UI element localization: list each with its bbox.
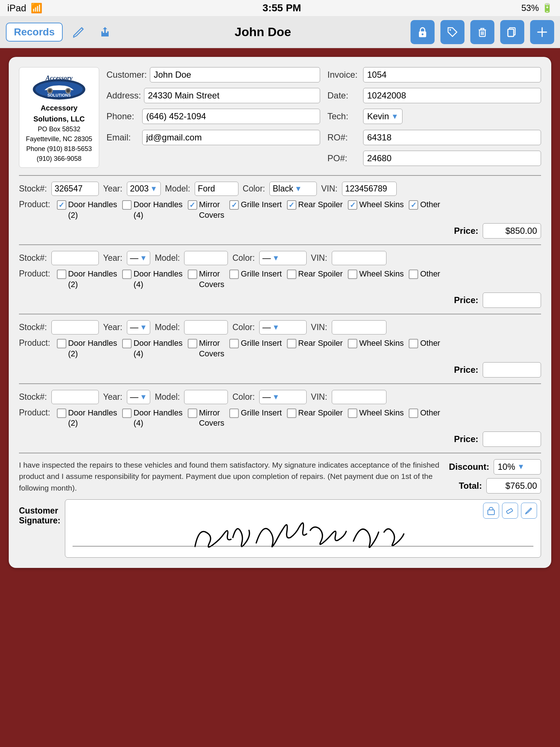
color-select-1[interactable]: — ▼: [259, 251, 307, 265]
edit-button[interactable]: [69, 22, 89, 42]
add-button[interactable]: [530, 20, 554, 44]
phone-input[interactable]: [142, 109, 320, 124]
tech-dropdown[interactable]: Kevin ▼: [363, 109, 402, 124]
tag-button[interactable]: [440, 20, 464, 44]
lock-button[interactable]: [411, 20, 435, 44]
checkbox-item-ws-1[interactable]: Wheel Skins: [348, 269, 404, 279]
price-input-2[interactable]: [483, 362, 541, 378]
price-input-0[interactable]: [483, 223, 541, 239]
checkbox-item-mc-3[interactable]: Mirror Covers: [188, 408, 225, 429]
year-select-1[interactable]: — ▼: [127, 251, 151, 265]
stock-input-3[interactable]: [51, 390, 99, 404]
checkbox-item-gi-1[interactable]: Grille Insert: [229, 269, 281, 279]
checkbox-dh2-0[interactable]: [57, 200, 66, 210]
model-input-0[interactable]: [195, 182, 238, 196]
vin-input-1[interactable]: [332, 251, 386, 265]
checkbox-item-rs-1[interactable]: Rear Spoiler: [287, 269, 343, 279]
checkbox-gi-3[interactable]: [229, 409, 239, 418]
checkbox-other-2[interactable]: [409, 339, 418, 348]
checkbox-dh2-2[interactable]: [57, 339, 66, 348]
checkbox-dh2-3[interactable]: [57, 409, 66, 418]
checkbox-item-ws-3[interactable]: Wheel Skins: [348, 408, 404, 418]
checkbox-mc-1[interactable]: [188, 270, 197, 279]
color-select-0[interactable]: Black ▼: [269, 182, 317, 196]
vin-input-2[interactable]: [332, 320, 386, 334]
price-input-1[interactable]: [483, 293, 541, 308]
checkbox-dh4-3[interactable]: [122, 409, 132, 418]
checkbox-mc-3[interactable]: [188, 409, 197, 418]
checkbox-item-other-3[interactable]: Other: [409, 408, 440, 418]
checkbox-item-dh4-1[interactable]: Door Handles (4): [122, 269, 183, 290]
model-input-2[interactable]: [184, 320, 228, 334]
checkbox-other-0[interactable]: [409, 200, 418, 210]
po-input[interactable]: [363, 151, 541, 166]
checkbox-item-mc-2[interactable]: Mirror Covers: [188, 338, 225, 359]
checkbox-item-gi-0[interactable]: Grille Insert: [229, 200, 281, 210]
checkbox-item-dh4-2[interactable]: Door Handles (4): [122, 338, 183, 359]
checkbox-dh4-2[interactable]: [122, 339, 132, 348]
year-select-2[interactable]: — ▼: [127, 320, 151, 334]
checkbox-other-3[interactable]: [409, 409, 418, 418]
checkbox-dh4-0[interactable]: [122, 200, 132, 210]
checkbox-ws-1[interactable]: [348, 270, 357, 279]
checkbox-item-rs-3[interactable]: Rear Spoiler: [287, 408, 343, 418]
sig-eraser-icon[interactable]: [502, 503, 518, 519]
checkbox-item-ws-2[interactable]: Wheel Skins: [348, 338, 404, 349]
vin-input-3[interactable]: [332, 390, 386, 404]
checkbox-dh2-1[interactable]: [57, 270, 66, 279]
checkbox-item-other-2[interactable]: Other: [409, 338, 440, 349]
checkbox-item-other-1[interactable]: Other: [409, 269, 440, 279]
year-select-0[interactable]: 2003 ▼: [127, 182, 161, 196]
address-input[interactable]: [144, 88, 320, 103]
date-input[interactable]: [363, 88, 541, 103]
email-input[interactable]: [142, 130, 320, 145]
customer-name-input[interactable]: [150, 67, 320, 82]
checkbox-item-rs-0[interactable]: Rear Spoiler: [287, 200, 343, 210]
checkbox-mc-2[interactable]: [188, 339, 197, 348]
trash-button[interactable]: [470, 20, 494, 44]
stock-input-2[interactable]: [51, 320, 99, 334]
total-input[interactable]: [486, 478, 541, 494]
checkbox-ws-3[interactable]: [348, 409, 357, 418]
ro-input[interactable]: [363, 130, 541, 145]
checkbox-item-dh4-0[interactable]: Door Handles (4): [122, 200, 183, 220]
checkbox-item-dh2-2[interactable]: Door Handles (2): [57, 338, 117, 359]
checkbox-ws-2[interactable]: [348, 339, 357, 348]
model-input-1[interactable]: [184, 251, 228, 265]
checkbox-item-mc-0[interactable]: Mirror Covers: [188, 200, 225, 220]
checkbox-item-dh2-0[interactable]: Door Handles (2): [57, 200, 117, 220]
color-select-2[interactable]: — ▼: [259, 320, 307, 334]
price-input-3[interactable]: [483, 431, 541, 447]
checkbox-rs-3[interactable]: [287, 409, 296, 418]
checkbox-item-other-0[interactable]: Other: [409, 200, 440, 210]
checkbox-mc-0[interactable]: [188, 200, 197, 210]
checkbox-ws-0[interactable]: [348, 200, 357, 210]
share-button[interactable]: [95, 22, 115, 42]
model-input-3[interactable]: [184, 390, 228, 404]
records-button[interactable]: Records: [6, 23, 63, 42]
checkbox-rs-2[interactable]: [287, 339, 296, 348]
discount-dropdown[interactable]: 10% ▼: [494, 459, 541, 475]
checkbox-item-gi-3[interactable]: Grille Insert: [229, 408, 281, 418]
checkbox-gi-0[interactable]: [229, 200, 239, 210]
copy-button[interactable]: [500, 20, 524, 44]
checkbox-rs-1[interactable]: [287, 270, 296, 279]
checkbox-gi-1[interactable]: [229, 270, 239, 279]
checkbox-rs-0[interactable]: [287, 200, 296, 210]
checkbox-item-dh4-3[interactable]: Door Handles (4): [122, 408, 183, 429]
checkbox-gi-2[interactable]: [229, 339, 239, 348]
stock-input-0[interactable]: [51, 182, 99, 196]
checkbox-item-ws-0[interactable]: Wheel Skins: [348, 200, 404, 210]
checkbox-other-1[interactable]: [409, 270, 418, 279]
checkbox-item-dh2-3[interactable]: Door Handles (2): [57, 408, 117, 429]
checkbox-dh4-1[interactable]: [122, 270, 132, 279]
checkbox-item-gi-2[interactable]: Grille Insert: [229, 338, 281, 349]
checkbox-item-rs-2[interactable]: Rear Spoiler: [287, 338, 343, 349]
invoice-number-input[interactable]: [363, 67, 541, 82]
vin-input-0[interactable]: [342, 182, 397, 196]
stock-input-1[interactable]: [51, 251, 99, 265]
checkbox-item-mc-1[interactable]: Mirror Covers: [188, 269, 225, 290]
sig-pen-icon[interactable]: [521, 503, 537, 519]
sig-lock-icon[interactable]: [483, 503, 499, 519]
signature-box[interactable]: [65, 499, 541, 558]
